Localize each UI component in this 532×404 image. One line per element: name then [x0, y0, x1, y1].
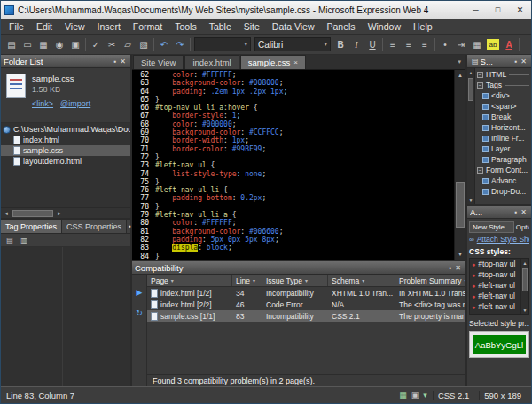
menu-tools[interactable]: Tools — [168, 20, 203, 33]
scrollbar-track[interactable] — [455, 81, 466, 249]
run-check-icon[interactable]: ▶ — [137, 288, 143, 297]
column-header-issue-type[interactable]: Issue Type▾ — [262, 275, 328, 286]
file-index-html[interactable]: index.html — [1, 135, 130, 145]
schema-indicator[interactable]: CSS 2.1 — [433, 391, 473, 400]
undo-icon[interactable]: ↶ — [156, 37, 172, 52]
scroll-right-icon[interactable]: ► — [54, 211, 65, 216]
toolbox-item-paragraph[interactable]: Paragraph — [475, 154, 531, 165]
close-panel-icon[interactable]: ✕ — [118, 58, 128, 66]
code-line[interactable]: 75} — [132, 178, 454, 186]
attach-style-sheet-link[interactable]: ∞ Attach Style Sheet — [469, 235, 529, 244]
title-bar[interactable]: C:\Users\Muhammad.Waqas\Documents\My Web… — [1, 1, 531, 19]
column-header-problem-summary[interactable]: Problem Summary▾ — [395, 275, 466, 286]
menu-site[interactable]: Site — [238, 20, 266, 33]
code-line[interactable]: 65} — [132, 96, 454, 104]
code-line[interactable]: 66#top-nav ul li a:hover { — [132, 104, 454, 112]
column-header-line[interactable]: Line▾ — [232, 275, 262, 286]
css-style-item-3[interactable]: ●#left-nav ul — [470, 291, 520, 301]
collapse-icon[interactable]: − — [477, 72, 483, 78]
scroll-down-icon[interactable]: ▼ — [469, 196, 473, 204]
menu-data-view[interactable]: Data View — [266, 20, 321, 33]
toolbox-item-drop-do[interactable]: Drop-Do... — [475, 186, 531, 197]
compat-row-index-html-2-2[interactable]: index.html [2/2]46Code ErrorN/AThe <div>… — [147, 299, 466, 310]
toolbox-scrollbar[interactable]: ▲ ▼ — [467, 68, 475, 204]
toolbox-item-break[interactable]: Break — [475, 112, 531, 122]
menu-file[interactable]: File — [3, 20, 30, 33]
site-root-item[interactable]: C:\Users\Muhammad.Waqas\Documents\M — [1, 123, 130, 135]
close-panel-icon[interactable]: ✕ — [453, 264, 463, 272]
folder-list-hscrollbar[interactable]: ◄ ► — [1, 207, 130, 218]
menu-table[interactable]: Table — [203, 20, 238, 33]
toolbox-group-form-cont[interactable]: −Form Cont... — [475, 165, 531, 175]
close-panel-icon[interactable]: ✕ — [519, 208, 528, 216]
code-line[interactable]: 82 padding: 5px 0px 5px 8px; — [132, 236, 454, 244]
scroll-down-icon[interactable]: ▼ — [523, 306, 528, 314]
toolbox-item-advanc[interactable]: Advanc... — [475, 175, 531, 186]
scroll-up-icon[interactable]: ▲ — [523, 259, 528, 267]
scroll-left-icon[interactable]: ◄ — [1, 211, 12, 216]
compat-row-sample-css-1-1[interactable]: sample.css [1/1]83IncompatibilityCSS 2.1… — [147, 310, 466, 322]
compat-row-index-html-1-2[interactable]: index.html [1/2]34IncompatibilityXHTML 1… — [147, 287, 466, 299]
code-line[interactable]: 83 displa: block; — [132, 244, 454, 252]
editor-scrollbar[interactable]: ▲ ▼ — [454, 70, 466, 260]
import-link[interactable]: @import — [60, 99, 90, 108]
code-line[interactable]: 73#left-nav ul { — [132, 161, 454, 169]
code-line[interactable]: 62 color: #FFFFFF; — [132, 71, 454, 79]
scrollbar-thumb[interactable] — [468, 78, 473, 101]
preview-browser-icon[interactable]: ◉ — [51, 37, 67, 52]
pin-icon[interactable]: ▪ — [447, 264, 453, 272]
scroll-down-icon[interactable]: ▼ — [458, 249, 463, 260]
toolbox-item-span[interactable]: <span> — [475, 101, 531, 112]
download-status-icon[interactable]: ▾ — [423, 391, 427, 400]
menu-view[interactable]: View — [59, 20, 91, 33]
pin-icon[interactable]: ▪ — [512, 208, 519, 216]
highlight-icon[interactable]: ab — [487, 39, 499, 50]
paste-icon[interactable]: ▨ — [136, 37, 152, 52]
redo-icon[interactable]: ↷ — [172, 37, 188, 52]
align-center-icon[interactable]: ≡ — [401, 37, 417, 52]
toolbox-group-html[interactable]: −HTML — [475, 69, 531, 80]
cut-icon[interactable]: ✂ — [104, 37, 120, 52]
align-left-icon[interactable]: ≡ — [385, 37, 401, 52]
tab-index-html[interactable]: index.html — [184, 55, 239, 69]
toolbox-item-layer[interactable]: Layer — [475, 144, 531, 154]
bullet-list-icon[interactable]: • — [437, 37, 453, 52]
close-panel-icon[interactable]: ✕ — [519, 58, 528, 66]
tab-tag-properties[interactable]: Tag Properties — [1, 220, 62, 233]
underline-icon[interactable]: U — [364, 37, 380, 52]
code-line[interactable]: 79#left-nav ul li a { — [132, 211, 454, 219]
menu-format[interactable]: Format — [127, 20, 168, 33]
menu-insert[interactable]: Insert — [91, 20, 127, 33]
code-line[interactable]: 71 border-color: #99BF99; — [132, 145, 454, 153]
pin-icon[interactable]: ▪ — [512, 58, 519, 66]
close-button[interactable]: ✕ — [509, 1, 531, 19]
maximize-button[interactable]: □ — [487, 1, 509, 19]
tab-list-chevron-icon[interactable]: ▾ — [453, 58, 466, 66]
code-area[interactable]: 62 color: #FFFFFF;63 background-color: #… — [132, 70, 454, 260]
scroll-up-icon[interactable]: ▲ — [458, 70, 463, 81]
scrollbar-track[interactable] — [467, 76, 474, 196]
italic-icon[interactable]: I — [348, 37, 364, 52]
code-line[interactable]: 63 background-color: #008000; — [132, 79, 454, 87]
menu-window[interactable]: Window — [362, 20, 407, 33]
link-tag-link[interactable]: <link> — [32, 99, 53, 108]
scrollbar-thumb[interactable] — [456, 182, 465, 228]
hscroll-thumb[interactable] — [12, 210, 53, 217]
borders-icon[interactable]: ▦ — [469, 37, 485, 52]
toolbox-item-inline-fr[interactable]: Inline Fr... — [475, 133, 531, 144]
menu-panels[interactable]: Panels — [321, 20, 362, 33]
new-style-button[interactable]: New Style... — [469, 221, 514, 233]
code-line[interactable]: 67 border-style: 1; — [132, 112, 454, 120]
collapse-icon[interactable]: − — [477, 82, 483, 89]
spelling-icon[interactable]: ✓ — [88, 37, 104, 52]
align-right-icon[interactable]: ≡ — [417, 37, 433, 52]
code-line[interactable]: 74 list-style-type: none; — [132, 170, 454, 178]
code-line[interactable]: 76#left-nav ul li { — [132, 186, 454, 194]
pin-icon[interactable]: ▪ — [112, 58, 118, 66]
indent-icon[interactable]: ⇥ — [453, 37, 469, 52]
sort-category-icon[interactable]: ▥ — [18, 235, 30, 245]
menu-edit[interactable]: Edit — [30, 20, 59, 33]
tab-site-view[interactable]: Site View — [133, 55, 184, 69]
scrollbar-track[interactable] — [521, 267, 528, 306]
code-line[interactable]: 68 color: #000000; — [132, 120, 454, 128]
